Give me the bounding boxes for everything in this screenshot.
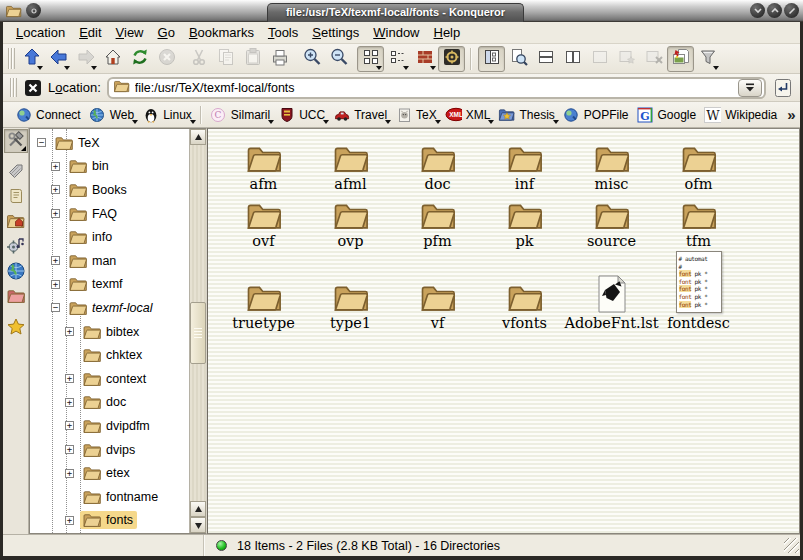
bricks-button[interactable] (411, 46, 438, 72)
tree-item-dvips[interactable]: + dvips (30, 438, 189, 462)
close-view-button[interactable] (586, 46, 613, 72)
dropdown-caret-icon[interactable] (376, 66, 382, 70)
tree-expander[interactable]: + (65, 469, 74, 478)
find-file-button[interactable] (505, 46, 532, 72)
file-inf[interactable]: inf (481, 137, 568, 194)
tree-item-tex[interactable]: − TeX (30, 131, 189, 155)
file-adobefnt-lst[interactable]: AdobeFnt.lst (568, 275, 655, 333)
tree-item-bin[interactable]: + bin (30, 155, 189, 179)
stop-button[interactable] (153, 46, 180, 72)
menu-view[interactable]: View (109, 23, 151, 42)
bookmark-web[interactable]: Web (85, 104, 138, 125)
bookmark-wikipedia[interactable]: W Wikipedia (700, 104, 781, 125)
sidebar-button-bookmarks-star[interactable] (4, 316, 28, 340)
sidebar-button-tag[interactable] (4, 160, 28, 184)
dropdown-caret-icon[interactable] (64, 66, 70, 70)
file-pk[interactable]: pk (481, 194, 568, 251)
menu-help[interactable]: Help (427, 23, 468, 42)
file-pfm[interactable]: pfm (394, 194, 481, 251)
bookmarks-overflow-button[interactable]: » (781, 106, 801, 123)
tree-item-fontname[interactable]: fontname (30, 485, 189, 509)
bookmark-popfile[interactable]: POPFile (559, 104, 633, 125)
gear-button[interactable] (438, 46, 465, 72)
maximize-button[interactable] (767, 3, 782, 18)
file-vf[interactable]: vf (394, 276, 481, 333)
scroll-down-button[interactable] (190, 517, 206, 533)
file-doc[interactable]: doc (394, 137, 481, 194)
split-vertical-button[interactable] (559, 46, 586, 72)
scrollbar-thumb[interactable] (190, 302, 206, 364)
print-button[interactable] (266, 46, 293, 72)
icon-view[interactable]: afm afml doc inf misc ofm ovf ovp pfm pk… (207, 128, 800, 534)
bookmark-connect[interactable]: Connect (11, 104, 85, 125)
tree-expander[interactable]: + (51, 280, 60, 289)
file-ofm[interactable]: ofm (655, 137, 742, 194)
menu-window[interactable]: Window (366, 23, 426, 42)
dropdown-caret-icon[interactable] (37, 66, 43, 70)
sidebar-button-services[interactable] (4, 235, 28, 259)
file-ovf[interactable]: ovf (220, 194, 307, 251)
back-button[interactable] (45, 46, 72, 72)
bookmark-google[interactable]: G Google (633, 104, 701, 125)
tree-item-books[interactable]: + Books (30, 178, 189, 202)
location-dropdown-button[interactable] (738, 79, 762, 97)
forward-button[interactable] (72, 46, 99, 72)
tree-item-chktex[interactable]: chktex (30, 343, 189, 367)
tree-expander[interactable]: − (37, 138, 46, 147)
menu-bookmarks[interactable]: Bookmarks (182, 23, 261, 42)
tree-expander[interactable]: + (51, 185, 60, 194)
menu-location[interactable]: Location (9, 23, 72, 42)
close-button[interactable] (784, 3, 799, 18)
tree-expander[interactable]: − (51, 303, 60, 312)
tree-item-bibtex[interactable]: + bibtex (30, 320, 189, 344)
tree-item-man[interactable]: + man (30, 249, 189, 273)
up-button[interactable] (18, 46, 45, 72)
tree-item-dvipdfm[interactable]: + dvipdfm (30, 414, 189, 438)
dropdown-caret-icon[interactable] (403, 66, 409, 70)
file-source[interactable]: source (568, 194, 655, 251)
zoom-out-button[interactable] (325, 46, 352, 72)
titlebar[interactable]: file:/usr/TeX/texmf-local/fonts - Konque… (0, 0, 803, 22)
location-input[interactable]: file:/usr/TeX/texmf-local/fonts (107, 77, 766, 99)
file-afm[interactable]: afm (220, 137, 307, 194)
dropdown-caret-icon[interactable] (713, 66, 719, 70)
cut-button[interactable] (185, 46, 212, 72)
file-afml[interactable]: afml (307, 137, 394, 194)
scrollbar-track[interactable] (190, 145, 206, 501)
home-button[interactable] (99, 46, 126, 72)
icon-view-button[interactable] (357, 46, 384, 72)
menu-edit[interactable]: Edit (72, 23, 108, 42)
shade-button[interactable] (750, 3, 765, 18)
tree-expander[interactable]: + (65, 516, 74, 525)
menu-settings[interactable]: Settings (305, 23, 366, 42)
bookmark-linux[interactable]: Linux (138, 104, 196, 125)
dropdown-caret-icon[interactable] (91, 66, 97, 70)
tree-expander[interactable]: + (51, 256, 60, 265)
tree-scrollbar[interactable] (189, 129, 206, 533)
bookmark-travel[interactable]: Travel (329, 104, 391, 125)
zoom-in-button[interactable] (298, 46, 325, 72)
menu-go[interactable]: Go (151, 23, 182, 42)
dropdown-caret-icon[interactable] (190, 120, 196, 124)
sidebar-button-root-folder[interactable] (4, 285, 28, 309)
tree-item-fonts[interactable]: + fonts (30, 509, 189, 533)
tree-expander[interactable]: + (65, 398, 74, 407)
reload-button[interactable] (126, 46, 153, 72)
bookmark-thesis[interactable]: Thesis (494, 104, 558, 125)
dropdown-caret-icon[interactable] (430, 66, 436, 70)
tree-expander[interactable]: + (65, 421, 74, 430)
menu-tools[interactable]: Tools (261, 23, 305, 42)
file-misc[interactable]: misc (568, 137, 655, 194)
location-toolbar-grip[interactable] (10, 78, 17, 97)
image-preview-button[interactable] (667, 46, 694, 72)
tree-item-texmf-local[interactable]: − texmf-local (30, 296, 189, 320)
bookmark-tex[interactable]: TeX (391, 104, 441, 125)
bookmark-xml[interactable]: XML XML (441, 104, 495, 125)
tree-expander[interactable]: + (51, 162, 60, 171)
scroll-up-button[interactable] (190, 129, 206, 145)
file-tfm[interactable]: tfm (655, 194, 742, 251)
go-button[interactable] (770, 76, 796, 100)
file-type1[interactable]: type1 (307, 276, 394, 333)
scroll-up-button[interactable] (190, 501, 206, 517)
resize-grip[interactable] (784, 538, 799, 553)
